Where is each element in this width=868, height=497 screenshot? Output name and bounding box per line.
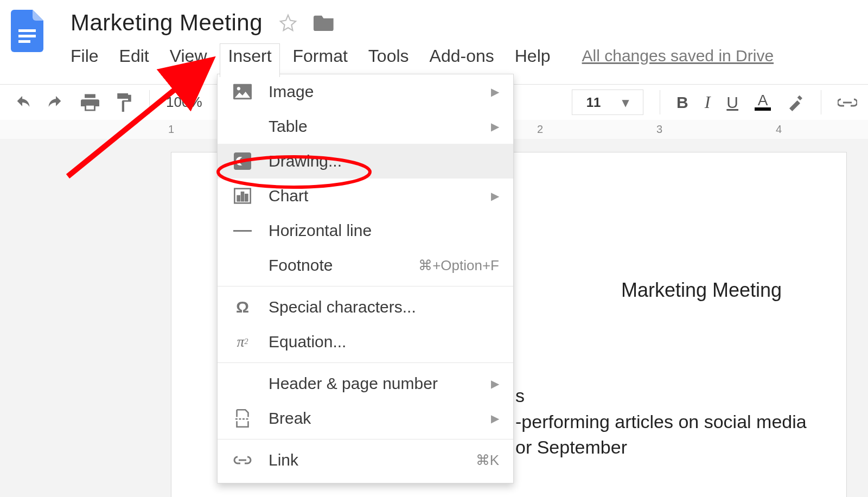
menu-item-drawing[interactable]: Drawing... bbox=[218, 144, 513, 179]
underline-button[interactable]: U bbox=[726, 93, 738, 112]
line-icon bbox=[233, 221, 252, 240]
menu-item-header-page-number[interactable]: Header & page number ▶ bbox=[218, 366, 513, 401]
shortcut-label: ⌘+Option+F bbox=[418, 257, 499, 274]
menu-format[interactable]: Format bbox=[293, 46, 348, 66]
submenu-arrow-icon: ▶ bbox=[491, 377, 499, 390]
menu-separator bbox=[218, 439, 513, 439]
menu-item-label: Horizontal line bbox=[269, 221, 372, 240]
submenu-arrow-icon: ▶ bbox=[491, 120, 499, 133]
save-status[interactable]: All changes saved in Drive bbox=[582, 47, 774, 65]
highlight-button[interactable] bbox=[787, 94, 805, 111]
insert-link-button[interactable] bbox=[838, 97, 857, 108]
menu-item-footnote[interactable]: Footnote ⌘+Option+F bbox=[218, 248, 513, 283]
ruler-tick-1: 1 bbox=[168, 123, 174, 136]
menu-item-break[interactable]: Break ▶ bbox=[218, 401, 513, 436]
svg-rect-0 bbox=[18, 29, 36, 32]
menu-item-label: Footnote bbox=[269, 256, 333, 275]
svg-rect-13 bbox=[233, 230, 252, 232]
menu-item-label: Table bbox=[269, 117, 308, 136]
ruler-tick-3: 3 bbox=[656, 123, 662, 136]
submenu-arrow-icon: ▶ bbox=[491, 189, 499, 202]
bold-button[interactable]: B bbox=[676, 93, 688, 112]
menu-item-label: Drawing... bbox=[269, 152, 342, 170]
menu-item-table[interactable]: Table ▶ bbox=[218, 109, 513, 144]
chart-icon bbox=[233, 186, 252, 206]
menu-file[interactable]: File bbox=[71, 46, 99, 66]
menu-item-label: Image bbox=[269, 82, 314, 101]
menubar: File Edit View Insert Format Tools Add-o… bbox=[71, 46, 774, 66]
paint-format-button[interactable] bbox=[116, 93, 133, 112]
menu-item-horizontal-line[interactable]: Horizontal line bbox=[218, 213, 513, 248]
menu-item-label: Special characters... bbox=[269, 298, 416, 316]
image-icon bbox=[233, 82, 252, 101]
ruler-tick-4: 4 bbox=[776, 123, 782, 136]
drawing-icon bbox=[233, 151, 252, 171]
submenu-arrow-icon: ▶ bbox=[491, 85, 499, 98]
chevron-down-icon: ▾ bbox=[622, 95, 629, 110]
menu-separator bbox=[218, 286, 513, 286]
svg-point-5 bbox=[237, 87, 240, 90]
menu-insert[interactable]: Insert bbox=[220, 43, 279, 77]
insert-menu-dropdown: Image ▶ Table ▶ Drawing... Chart ▶ Horiz… bbox=[217, 74, 514, 483]
menu-view[interactable]: View bbox=[170, 46, 207, 66]
ruler-tick-2: 2 bbox=[537, 123, 543, 136]
menu-addons[interactable]: Add-ons bbox=[430, 46, 494, 66]
page-text-line: or September bbox=[515, 437, 627, 458]
svg-rect-10 bbox=[238, 196, 240, 201]
link-icon bbox=[233, 450, 252, 470]
document-title[interactable]: Marketing Meeting bbox=[71, 10, 263, 36]
menu-help[interactable]: Help bbox=[515, 46, 551, 66]
menu-item-label: Header & page number bbox=[269, 374, 438, 393]
text-color-button[interactable]: A bbox=[755, 94, 771, 111]
menu-item-label: Equation... bbox=[269, 333, 346, 351]
menu-item-image[interactable]: Image ▶ bbox=[218, 74, 513, 109]
menu-item-special-characters[interactable]: Ω Special characters... bbox=[218, 290, 513, 324]
undo-button[interactable] bbox=[14, 95, 31, 110]
menu-separator bbox=[218, 362, 513, 363]
page-break-icon bbox=[233, 409, 252, 428]
page-text-line: s bbox=[515, 385, 525, 406]
font-size-select[interactable]: 11 ▾ bbox=[572, 90, 643, 115]
page-text-line: -performing articles on social media bbox=[515, 411, 807, 432]
menu-item-link[interactable]: Link ⌘K bbox=[218, 443, 513, 477]
svg-rect-3 bbox=[86, 105, 94, 109]
equation-icon: π2 bbox=[233, 332, 252, 352]
svg-point-8 bbox=[240, 157, 248, 165]
omega-icon: Ω bbox=[233, 297, 252, 317]
menu-tools[interactable]: Tools bbox=[368, 46, 409, 66]
page-heading: Marketing Meeting bbox=[621, 279, 782, 302]
submenu-arrow-icon: ▶ bbox=[491, 412, 499, 425]
star-icon[interactable] bbox=[279, 14, 297, 32]
italic-button[interactable]: I bbox=[705, 92, 711, 112]
svg-rect-12 bbox=[245, 194, 247, 201]
menu-item-equation[interactable]: π2 Equation... bbox=[218, 324, 513, 359]
svg-rect-2 bbox=[18, 40, 30, 43]
menu-item-label: Chart bbox=[269, 187, 308, 205]
print-button[interactable] bbox=[81, 94, 99, 111]
docs-logo-icon[interactable] bbox=[11, 10, 43, 52]
menu-item-label: Break bbox=[269, 409, 311, 428]
svg-rect-11 bbox=[241, 192, 244, 201]
zoom-level[interactable]: 100% bbox=[166, 94, 202, 111]
redo-button[interactable] bbox=[47, 95, 65, 110]
menu-edit[interactable]: Edit bbox=[119, 46, 149, 66]
folder-icon[interactable] bbox=[314, 13, 335, 33]
shortcut-label: ⌘K bbox=[476, 452, 499, 469]
font-size-value: 11 bbox=[586, 95, 601, 110]
menu-item-label: Link bbox=[269, 451, 298, 469]
menu-item-chart[interactable]: Chart ▶ bbox=[218, 179, 513, 213]
svg-rect-1 bbox=[18, 35, 36, 37]
